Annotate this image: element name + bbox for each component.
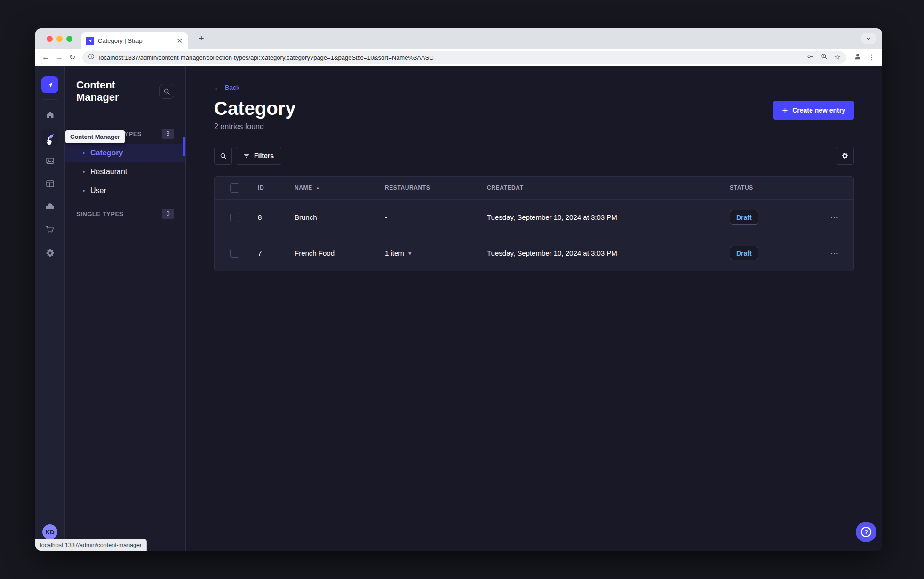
row-checkbox[interactable]: [230, 213, 239, 222]
table-search-button[interactable]: [214, 147, 232, 165]
nav-settings-icon[interactable]: [41, 244, 58, 261]
content-manager-tooltip: Content Manager: [65, 130, 125, 143]
strapi-logo-icon[interactable]: [41, 76, 58, 93]
row-actions-menu-icon[interactable]: ⋯: [830, 213, 839, 222]
cell-id: 7: [258, 249, 295, 257]
profile-avatar-icon[interactable]: [853, 52, 862, 63]
nav-marketplace-icon[interactable]: [41, 221, 58, 238]
close-window-button[interactable]: [47, 36, 53, 42]
tab-title: Category | Strapi: [98, 37, 172, 44]
sort-ascending-icon: ▲: [316, 185, 320, 190]
mouse-cursor-hand: [44, 135, 54, 148]
entries-count: 2 entries found: [214, 122, 295, 131]
browser-tab[interactable]: Category | Strapi ✕: [81, 32, 188, 49]
subnav-scrollbar-thumb[interactable]: [183, 137, 185, 156]
page-title: Category: [214, 98, 295, 119]
bullet-icon: [83, 171, 85, 173]
cell-restaurants: -: [385, 213, 487, 221]
status-badge: Draft: [730, 246, 758, 260]
bullet-icon: [83, 190, 85, 192]
browser-tabstrip: Category | Strapi ✕ +: [35, 28, 882, 49]
column-header-id[interactable]: ID: [258, 185, 295, 191]
cell-name: Brunch: [295, 213, 385, 221]
window-controls: [47, 36, 72, 42]
cell-createdat: Tuesday, September 10, 2024 at 3:03 PM: [487, 249, 730, 257]
cell-name: French Food: [295, 249, 385, 257]
subnav-item-user[interactable]: User: [65, 181, 185, 200]
browser-toolbar: ← → ↻ localhost:1337/admin/content-manag…: [35, 49, 882, 66]
zoom-in-icon[interactable]: [820, 53, 828, 62]
url-bar[interactable]: localhost:1337/admin/content-manager/col…: [82, 51, 846, 64]
subnav-search-button[interactable]: [159, 84, 174, 99]
main-content: ← Back Category 2 entries found Create n…: [186, 66, 882, 551]
table-row[interactable]: 7 French Food 1 item ▼ Tuesday, Septembe…: [215, 235, 853, 271]
link-status-tooltip: localhost:1337/admin/content-manager: [35, 539, 147, 551]
column-header-restaurants[interactable]: RESTAURANTS: [385, 185, 487, 191]
status-badge: Draft: [730, 210, 758, 225]
single-types-count-badge: 0: [162, 209, 174, 219]
password-key-icon[interactable]: [806, 53, 814, 63]
back-button-icon[interactable]: ←: [42, 54, 49, 61]
view-settings-gear-button[interactable]: [836, 147, 854, 165]
cell-createdat: Tuesday, September 10, 2024 at 3:03 PM: [487, 213, 730, 221]
nav-divider: [43, 99, 57, 100]
subnav-title: Content Manager: [76, 79, 159, 104]
tab-search-chevron-icon[interactable]: [861, 33, 876, 44]
table-header-row: ID NAME▲ RESTAURANTS CREATEDAT STATUS: [215, 177, 853, 199]
bullet-icon: [83, 152, 85, 154]
collection-types-count-badge: 3: [162, 129, 174, 139]
cell-id: 8: [258, 213, 295, 221]
create-new-entry-button[interactable]: Create new entry: [773, 101, 854, 120]
maximize-window-button[interactable]: [66, 36, 72, 42]
browser-menu-icon[interactable]: ⋮: [868, 54, 876, 61]
strapi-favicon-icon: [86, 37, 94, 45]
url-text: localhost:1337/admin/content-manager/col…: [99, 54, 802, 61]
table-row[interactable]: 8 Brunch - Tuesday, September 10, 2024 a…: [215, 199, 853, 235]
browser-window: Category | Strapi ✕ + ← → ↻ localhost:13…: [35, 28, 882, 551]
tab-close-icon[interactable]: ✕: [175, 37, 183, 45]
row-checkbox[interactable]: [230, 249, 239, 258]
entries-table: ID NAME▲ RESTAURANTS CREATEDAT STATUS 8 …: [214, 176, 854, 271]
reload-button-icon[interactable]: ↻: [69, 54, 75, 61]
site-info-icon[interactable]: [88, 53, 95, 62]
back-arrow-icon: ←: [214, 84, 221, 91]
back-link[interactable]: ← Back: [214, 84, 239, 91]
subnav-item-category[interactable]: Category: [65, 144, 185, 162]
strapi-app: KD Content Manager COLLECTION TYPES 3 Ca…: [35, 66, 882, 551]
nav-home-icon[interactable]: [41, 106, 58, 123]
filters-button[interactable]: Filters: [236, 147, 281, 165]
select-all-checkbox[interactable]: [230, 183, 239, 193]
nav-content-type-builder-icon[interactable]: [41, 175, 58, 192]
chevron-down-icon: ▼: [407, 250, 413, 256]
row-actions-menu-icon[interactable]: ⋯: [830, 249, 839, 257]
new-tab-button[interactable]: +: [195, 32, 208, 45]
help-button[interactable]: ?: [856, 522, 876, 542]
nav-media-library-icon[interactable]: [41, 152, 58, 169]
column-header-name[interactable]: NAME▲: [295, 185, 385, 191]
minimize-window-button[interactable]: [56, 36, 63, 42]
column-header-status[interactable]: STATUS: [730, 185, 824, 191]
single-types-label: SINGLE TYPES: [76, 210, 124, 217]
forward-button-icon[interactable]: →: [56, 54, 63, 61]
user-avatar[interactable]: KD: [42, 524, 57, 539]
subnav-item-restaurant[interactable]: Restaurant: [65, 162, 185, 181]
nav-deploy-cloud-icon[interactable]: [41, 198, 58, 215]
cell-restaurants[interactable]: 1 item ▼: [385, 249, 487, 257]
question-mark-icon: ?: [861, 527, 871, 537]
subnav-divider: [77, 115, 88, 115]
bookmark-star-icon[interactable]: ☆: [834, 54, 841, 61]
column-header-createdat[interactable]: CREATEDAT: [487, 185, 730, 191]
